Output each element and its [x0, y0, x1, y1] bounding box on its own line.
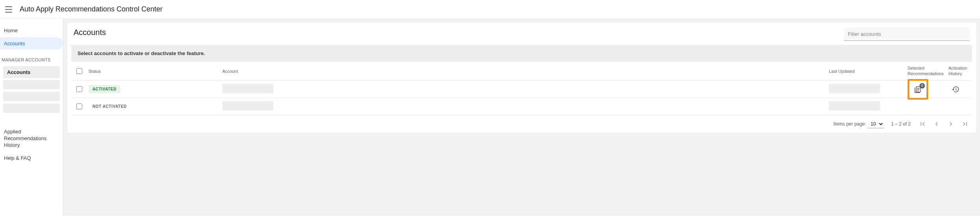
sidebar-section-manager-accounts: MANAGER ACCOUNTS: [0, 50, 63, 65]
chevron-left-icon: [933, 120, 941, 128]
account-name-redacted: [222, 84, 273, 93]
history-icon: [952, 85, 960, 93]
last-page-icon: [961, 120, 969, 128]
table-row: ACTIVATED 6: [71, 81, 972, 98]
sidebar-item-help-faq[interactable]: Help & FAQ: [0, 152, 63, 165]
status-badge: ACTIVATED: [89, 85, 120, 93]
last-updated-redacted: [829, 101, 880, 111]
col-header-last-updated: Last Updated: [829, 69, 908, 74]
paginator-range-label: 1 – 2 of 2: [891, 121, 911, 127]
col-header-status: Status: [87, 69, 221, 74]
sidebar-subitem-accounts[interactable]: Accounts: [3, 66, 60, 78]
row-checkbox[interactable]: [76, 103, 82, 109]
filter-accounts-input[interactable]: [844, 28, 970, 41]
sidebar: Home Accounts MANAGER ACCOUNTS Accounts …: [0, 19, 63, 216]
paginator-last-button[interactable]: [960, 119, 970, 129]
col-header-account: Account: [221, 69, 829, 74]
first-page-icon: [919, 120, 926, 128]
paginator-prev-button[interactable]: [932, 119, 941, 129]
paginator: Items per page: 10 1 – 2 of 2: [67, 115, 976, 133]
col-header-activation-history: Activation History: [949, 66, 972, 76]
sidebar-placeholder: [3, 80, 60, 89]
activation-history-button[interactable]: [949, 82, 963, 96]
col-header-selected-recommendations: Selected Recommendations: [908, 66, 949, 76]
items-per-page-select[interactable]: 10: [867, 120, 884, 128]
selected-recommendations-highlight: 6: [908, 79, 928, 100]
sidebar-item-applied-history[interactable]: Applied Recommendations History: [0, 126, 63, 152]
menu-icon[interactable]: [4, 5, 13, 14]
account-name-redacted: [222, 101, 273, 111]
page-title: Accounts: [74, 28, 106, 41]
sidebar-item-accounts[interactable]: Accounts: [0, 37, 63, 50]
status-badge: NOT ACTIVATED: [89, 102, 131, 111]
selected-recommendations-button[interactable]: 6: [911, 82, 925, 96]
select-accounts-banner: Select accounts to activate or deactivat…: [71, 45, 972, 62]
app-title: Auto Apply Recommendations Control Cente…: [20, 5, 162, 13]
sidebar-placeholder: [3, 92, 60, 101]
items-per-page-label: Items per page:: [833, 121, 866, 127]
sidebar-item-home[interactable]: Home: [0, 24, 63, 37]
paginator-next-button[interactable]: [946, 119, 956, 129]
chevron-right-icon: [947, 120, 955, 128]
sidebar-placeholder: [3, 103, 60, 113]
table-row: NOT ACTIVATED: [71, 98, 972, 115]
select-all-checkbox[interactable]: [76, 68, 82, 74]
table-header-row: Status Account Last Updated Selected Rec…: [71, 62, 972, 81]
row-checkbox[interactable]: [76, 86, 82, 92]
recommendations-count-badge: 6: [919, 83, 925, 89]
last-updated-redacted: [829, 84, 880, 93]
paginator-first-button[interactable]: [918, 119, 927, 129]
